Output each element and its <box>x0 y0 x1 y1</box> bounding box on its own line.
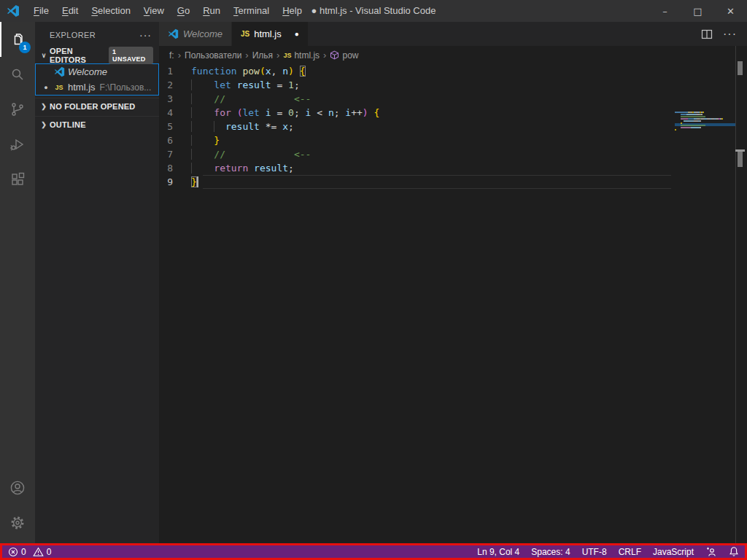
git-branch-icon <box>9 101 26 118</box>
text-cursor <box>197 176 198 187</box>
no-folder-opened-header[interactable]: ❯ NO FOLDER OPENED <box>35 98 159 114</box>
accounts-button[interactable] <box>0 470 35 505</box>
extensions-icon <box>9 171 26 188</box>
debug-icon <box>9 136 26 153</box>
window-title: ● html.js - Visual Studio Code <box>311 0 436 22</box>
notifications-bell-icon[interactable] <box>729 546 739 557</box>
more-actions-icon[interactable]: ··· <box>723 28 737 41</box>
menu-go[interactable]: Go <box>171 0 196 22</box>
menu-file[interactable]: File <box>27 0 55 22</box>
modified-dot-icon[interactable]: ● <box>295 30 299 38</box>
line-number: 3 <box>159 92 191 106</box>
outline-header[interactable]: ❯ OUTLINE <box>35 116 159 132</box>
feedback-icon[interactable] <box>705 547 717 557</box>
editor-group: Welcome JS html.js ● ··· f:›Пользователи… <box>159 22 747 543</box>
tab-welcome[interactable]: Welcome <box>159 22 231 46</box>
modified-dot-icon[interactable]: ● <box>40 84 52 91</box>
warning-icon <box>33 547 44 557</box>
code-line[interactable]: 2 let result = 1; <box>159 78 747 92</box>
menu-terminal[interactable]: Terminal <box>227 0 276 22</box>
code-editor[interactable]: 1function pow(x, n) {2 let result = 1;3 … <box>159 64 747 543</box>
menu-help[interactable]: Help <box>276 0 309 22</box>
title-bar: FileEditSelectionViewGoRunTerminalHelp ●… <box>0 0 747 22</box>
open-editor-path: F:\Пользов... <box>100 82 152 93</box>
menu-view[interactable]: View <box>137 0 171 22</box>
cursor-position[interactable]: Ln 9, Col 4 <box>477 547 519 557</box>
line-number: 9 <box>159 175 191 189</box>
open-editor-htmljs[interactable]: ● JS html.js F:\Пользов... <box>36 79 158 95</box>
sidebar-more-actions[interactable]: ··· <box>139 29 152 41</box>
open-editor-welcome[interactable]: Welcome <box>36 64 158 79</box>
account-icon <box>9 479 26 497</box>
vscode-logo-icon <box>168 28 179 39</box>
breadcrumb-item[interactable]: Пользователи <box>185 50 241 61</box>
vscode-logo-icon <box>52 66 66 77</box>
menu-run[interactable]: Run <box>196 0 227 22</box>
status-bar: 0 0 Ln 9, Col 4 Spaces: 4 UTF-8 CRLF Jav… <box>0 543 747 560</box>
window-controls: – □ ✕ <box>649 0 747 22</box>
breadcrumb-item[interactable]: JShtml.js <box>283 50 320 61</box>
js-file-icon: JS <box>52 84 66 91</box>
explorer-tab[interactable]: 1 <box>0 22 35 57</box>
code-line[interactable]: 1function pow(x, n) { <box>159 64 747 78</box>
indentation[interactable]: Spaces: 4 <box>531 547 570 557</box>
close-button[interactable]: ✕ <box>714 0 747 22</box>
chevron-down-icon: ∨ <box>38 52 50 59</box>
language-mode[interactable]: JavaScript <box>653 547 694 557</box>
sidebar-header: EXPLORER ··· <box>35 22 159 47</box>
warning-count: 0 <box>47 547 52 557</box>
unsaved-badge: 1 UNSAVED <box>109 47 153 64</box>
search-icon <box>9 66 26 83</box>
open-editors-label: OPEN EDITORS <box>50 47 109 64</box>
minimize-button[interactable]: – <box>649 0 681 22</box>
tab-htmljs[interactable]: JS html.js ● <box>232 22 308 46</box>
line-number: 2 <box>159 78 191 92</box>
line-number: 5 <box>159 120 191 133</box>
sidebar-title: EXPLORER <box>50 31 96 39</box>
code-line[interactable]: 4 for (let i = 0; i < n; i++) { <box>159 106 747 120</box>
breadcrumb-separator-icon: › <box>178 50 181 61</box>
run-and-debug-tab[interactable] <box>0 127 35 162</box>
split-editor-icon[interactable] <box>701 28 713 40</box>
chevron-right-icon: ❯ <box>38 121 50 128</box>
eol-sequence[interactable]: CRLF <box>619 547 641 557</box>
code-line[interactable]: 6 } <box>159 133 747 147</box>
js-file-icon: JS <box>241 30 249 38</box>
minimap[interactable] <box>675 106 735 194</box>
search-tab[interactable] <box>0 57 35 92</box>
breadcrumb: f:›Пользователи›Илья›JShtml.js›pow <box>159 46 747 64</box>
breadcrumb-item[interactable]: f: <box>169 50 174 61</box>
menu-edit[interactable]: Edit <box>55 0 85 22</box>
encoding[interactable]: UTF-8 <box>582 547 607 557</box>
error-icon <box>8 547 18 557</box>
extensions-tab[interactable] <box>0 162 35 197</box>
code-line[interactable]: 8 return result; <box>159 161 747 175</box>
error-count: 0 <box>21 547 26 557</box>
code-line[interactable]: 5 result *= x; <box>159 120 747 133</box>
explorer-sidebar: EXPLORER ··· ∨ OPEN EDITORS 1 UNSAVED We… <box>35 22 159 543</box>
code-line[interactable]: 7 // <-- <box>159 147 747 161</box>
line-number: 7 <box>159 147 191 161</box>
symbol-cube-icon <box>330 50 339 60</box>
vscode-logo-icon <box>7 4 20 18</box>
source-control-tab[interactable] <box>0 92 35 127</box>
menu-selection[interactable]: Selection <box>85 0 136 22</box>
code-line[interactable]: 3 // <-- <box>159 92 747 106</box>
breadcrumb-item[interactable]: Илья <box>252 50 273 61</box>
maximize-button[interactable]: □ <box>681 0 714 22</box>
breadcrumb-separator-icon: › <box>245 50 248 61</box>
code-line[interactable]: 9} <box>159 175 747 189</box>
problems-button[interactable]: 0 0 <box>8 547 51 557</box>
line-number: 6 <box>159 133 191 147</box>
editor-actions: ··· <box>701 22 747 46</box>
open-editors-header[interactable]: ∨ OPEN EDITORS 1 UNSAVED <box>35 47 159 63</box>
breadcrumb-separator-icon: › <box>323 50 326 61</box>
breadcrumb-separator-icon: › <box>276 50 279 61</box>
menu-bar: FileEditSelectionViewGoRunTerminalHelp <box>27 0 309 22</box>
open-editors-list: Welcome ● JS html.js F:\Пользов... <box>35 63 159 96</box>
settings-button[interactable] <box>0 505 35 540</box>
gear-icon <box>9 514 26 532</box>
breadcrumb-item[interactable]: pow <box>330 50 358 61</box>
chevron-right-icon: ❯ <box>38 103 50 110</box>
explorer-badge: 1 <box>19 42 31 53</box>
